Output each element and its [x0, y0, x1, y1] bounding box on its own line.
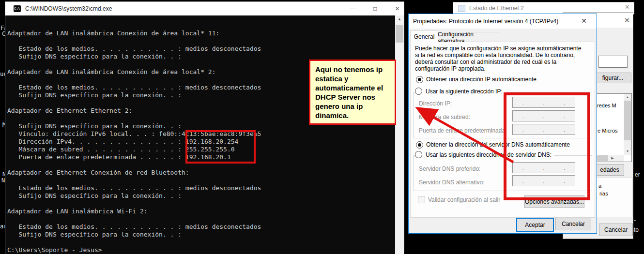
ok-button[interactable]: Aceptar — [516, 218, 554, 232]
cmd-window: C:\ C:\WINDOWS\system32\cmd.exe — □ ✕ Ad… — [5, 1, 404, 254]
dialog-title: Propiedades: Protocolo de Internet versi… — [413, 18, 558, 25]
ethernet-status-icon — [459, 5, 465, 12]
radio-obtain-ip-auto[interactable] — [416, 76, 423, 83]
annotation-note: Aqui no tenemos ip estatica y automatica… — [309, 60, 396, 125]
description-text: a — [598, 183, 601, 189]
maximize-button[interactable]: □ — [364, 2, 386, 15]
ethernet-status-title: Estado de Ethernet 2 — [469, 5, 524, 12]
radio-obtain-ip-auto-label: Obtener una dirección IP automáticamente — [426, 76, 537, 83]
validate-checkbox-label: Validar configuración al salir — [428, 196, 500, 203]
close-button[interactable]: ✕ — [574, 14, 594, 28]
close-icon: ✕ — [395, 5, 399, 12]
vertical-scrollbar[interactable]: ▲ ▼ — [624, 94, 631, 155]
dialog-fields-highlight-box — [504, 92, 590, 200]
minimize-icon: — — [350, 5, 356, 12]
subnet-mask-label: Máscara de subred: — [419, 114, 470, 120]
radio-use-static-dns[interactable] — [415, 151, 422, 158]
alternate-dns-label: Servidor DNS alternativo: — [419, 179, 484, 186]
properties-button[interactable]: edades — [595, 164, 624, 176]
network-items-list[interactable]: redes M e Micros ▲ ▼ ▶ — [595, 93, 632, 162]
radio-obtain-dns-auto[interactable] — [416, 141, 423, 149]
scroll-up-icon[interactable]: ▲ — [395, 17, 404, 21]
console-ip-highlight-box — [185, 130, 256, 164]
window-title: C:\WINDOWS\system32\cmd.exe — [25, 5, 112, 12]
close-icon[interactable]: ✕ — [624, 16, 630, 24]
list-item[interactable]: redes M — [597, 103, 616, 108]
description-box: a rias — [596, 178, 633, 217]
configure-button[interactable]: figurar... — [594, 73, 631, 83]
close-icon: ✕ — [581, 17, 587, 25]
close-icon[interactable]: ✕ — [625, 3, 630, 11]
radio-use-static-ip-label: Usar la siguiente dirección IP: — [426, 88, 503, 95]
cancel-button[interactable]: Cancelar — [599, 224, 633, 236]
scrollbar-thumb[interactable] — [396, 25, 403, 43]
background-text-fragment: - — [634, 217, 636, 224]
close-button[interactable]: ✕ — [386, 2, 408, 15]
title-bar[interactable]: Propiedades: Protocolo de Internet versi… — [409, 14, 597, 29]
horizontal-scrollbar[interactable]: ▶ — [596, 155, 624, 162]
minimize-button[interactable]: — — [342, 2, 364, 15]
scrollbar-thumb[interactable] — [596, 155, 608, 161]
console-scrollbar[interactable]: ▲ — [395, 15, 404, 254]
description-text: rias — [599, 191, 608, 196]
scroll-up-icon[interactable]: ▲ — [624, 94, 631, 101]
dialog-intro-text: Puede hacer que la configuración IP se a… — [415, 45, 583, 72]
radio-use-static-ip[interactable] — [415, 88, 422, 95]
cmd-icon: C:\ — [14, 5, 21, 12]
preferred-dns-label: Servidor DNS preferido: — [419, 165, 480, 172]
validate-checkbox[interactable] — [418, 196, 425, 203]
adapter-name-field[interactable] — [598, 56, 628, 68]
list-item[interactable]: e Micros — [598, 128, 618, 134]
default-gateway-label: Puerta de enlace predeterminada: — [419, 127, 506, 134]
ip-address-label: Dirección IP: — [419, 100, 452, 107]
scroll-right-icon[interactable]: ▶ — [609, 155, 616, 162]
maximize-icon: □ — [373, 5, 377, 12]
scroll-down-icon[interactable]: ▼ — [624, 148, 631, 155]
scrollbar-thumb[interactable] — [624, 101, 631, 140]
tab-general[interactable]: General — [410, 30, 438, 43]
cancel-button[interactable]: Cancelar — [555, 218, 591, 230]
background-text-fragment: er — [635, 172, 640, 178]
